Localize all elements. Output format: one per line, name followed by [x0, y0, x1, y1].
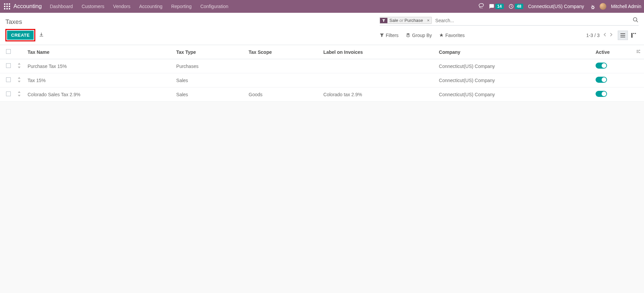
view-list-button[interactable] [618, 31, 628, 40]
cell-type: Sales [173, 87, 245, 102]
export-button[interactable] [39, 32, 44, 38]
menu-customers[interactable]: Customers [82, 4, 105, 9]
svg-point-19 [639, 50, 640, 50]
active-toggle[interactable] [596, 91, 607, 97]
col-optional-fields[interactable] [633, 45, 644, 59]
menu-vendors[interactable]: Vendors [113, 4, 130, 9]
svg-point-20 [639, 52, 640, 53]
cell-label [320, 59, 435, 73]
pager: 1-3 / 3 [586, 32, 614, 38]
cell-company: Connecticut(US) Company [435, 59, 592, 73]
top-navbar: Accounting Dashboard Customers Vendors A… [0, 0, 644, 13]
activities-button[interactable]: 48 [508, 4, 523, 9]
svg-rect-1 [6, 3, 8, 5]
col-active[interactable]: Active [592, 45, 633, 59]
svg-line-12 [636, 21, 638, 22]
svg-rect-2 [9, 3, 10, 5]
table-area: Tax Name Tax Type Tax Scope Label on Inv… [0, 45, 644, 102]
groupby-button[interactable]: Group By [406, 33, 432, 38]
menu-accounting[interactable]: Accounting [139, 4, 162, 9]
cell-company: Connecticut(US) Company [435, 87, 592, 102]
svg-rect-6 [4, 8, 5, 9]
search-input[interactable] [434, 17, 628, 24]
page-title: Taxes [5, 18, 22, 26]
col-company[interactable]: Company [435, 45, 592, 59]
menu-configuration[interactable]: Configuration [200, 4, 228, 9]
col-tax-type[interactable]: Tax Type [173, 45, 245, 59]
cell-name: Colorado Sales Tax 2.9% [24, 87, 173, 102]
company-switcher[interactable]: Connecticut(US) Company [528, 4, 584, 9]
apps-icon[interactable] [4, 3, 10, 9]
facet-value-1: Sale [389, 18, 398, 23]
cell-scope [245, 59, 320, 73]
table-row[interactable]: Purchase Tax 15% Purchases Connecticut(U… [0, 59, 644, 73]
view-kanban-button[interactable] [629, 31, 639, 40]
pager-next[interactable] [608, 32, 614, 38]
search-box[interactable]: Sale or Purchase × [380, 16, 639, 26]
table-row[interactable]: Colorado Sales Tax 2.9% Sales Goods Colo… [0, 87, 644, 102]
favorites-label: Favorites [445, 33, 465, 38]
svg-rect-16 [631, 33, 633, 38]
facet-or: or [400, 18, 404, 23]
svg-rect-13 [620, 33, 625, 34]
debug-icon[interactable] [589, 3, 595, 10]
messages-count: 14 [495, 4, 504, 9]
cell-scope: Goods [245, 87, 320, 102]
create-highlight: CREATE [5, 29, 35, 41]
col-tax-name[interactable]: Tax Name [24, 45, 173, 59]
active-toggle[interactable] [596, 77, 607, 83]
row-checkbox[interactable] [6, 91, 11, 96]
svg-rect-18 [635, 33, 636, 34]
svg-rect-15 [620, 37, 625, 37]
svg-rect-7 [6, 8, 8, 9]
cell-name: Purchase Tax 15% [24, 59, 173, 73]
filters-label: Filters [386, 33, 399, 38]
favorites-button[interactable]: Favorites [439, 33, 465, 38]
user-avatar[interactable] [600, 3, 606, 10]
groupby-label: Group By [412, 33, 432, 38]
svg-rect-0 [4, 3, 5, 5]
svg-rect-8 [9, 8, 10, 9]
nav-menu: Dashboard Customers Vendors Accounting R… [50, 4, 228, 9]
drag-handle-icon[interactable] [17, 64, 21, 69]
pager-text[interactable]: 1-3 / 3 [586, 33, 600, 38]
cell-label [320, 73, 435, 87]
active-toggle[interactable] [596, 63, 607, 69]
messages-button[interactable]: 14 [489, 4, 504, 9]
row-checkbox[interactable] [6, 63, 11, 68]
control-panel: Taxes Sale or Purchase × [0, 13, 644, 45]
module-name[interactable]: Accounting [13, 3, 42, 10]
user-name[interactable]: Mitchell Admin [611, 4, 641, 9]
svg-rect-3 [4, 6, 5, 7]
cell-scope [245, 73, 320, 87]
filter-icon [380, 18, 387, 23]
cell-type: Purchases [173, 59, 245, 73]
cell-name: Tax 15% [24, 73, 173, 87]
col-tax-scope[interactable]: Tax Scope [245, 45, 320, 59]
create-button[interactable]: CREATE [7, 31, 34, 40]
search-facet: Sale or Purchase × [380, 17, 432, 24]
cell-company: Connecticut(US) Company [435, 73, 592, 87]
search-icon[interactable] [633, 17, 639, 24]
drag-handle-icon[interactable] [17, 78, 21, 83]
select-all-checkbox[interactable] [6, 49, 11, 54]
menu-reporting[interactable]: Reporting [171, 4, 192, 9]
col-label-invoices[interactable]: Label on Invoices [320, 45, 435, 59]
support-icon[interactable] [478, 3, 484, 10]
menu-dashboard[interactable]: Dashboard [50, 4, 73, 9]
drag-handle-icon[interactable] [17, 92, 21, 98]
taxes-table: Tax Name Tax Type Tax Scope Label on Inv… [0, 45, 644, 102]
table-row[interactable]: Tax 15% Sales Connecticut(US) Company [0, 73, 644, 87]
svg-point-11 [633, 17, 637, 21]
cell-label: Colorado tax 2.9% [320, 87, 435, 102]
pager-prev[interactable] [602, 32, 608, 38]
filters-button[interactable]: Filters [380, 33, 399, 38]
svg-rect-14 [620, 35, 625, 36]
svg-rect-5 [9, 6, 10, 7]
facet-remove[interactable]: × [425, 18, 432, 23]
cell-type: Sales [173, 73, 245, 87]
row-checkbox[interactable] [6, 77, 11, 82]
activities-count: 48 [515, 4, 523, 9]
svg-rect-17 [633, 33, 634, 34]
view-switcher [618, 31, 639, 40]
